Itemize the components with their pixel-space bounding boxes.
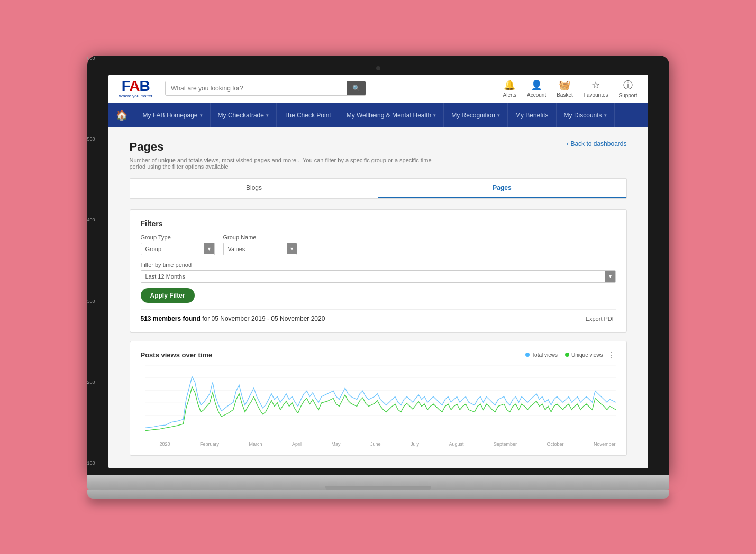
alerts-icon: 🔔 [504, 79, 515, 91]
x-apr: April [292, 441, 302, 447]
filter-result-text: 513 members found for 05 November 2019 -… [141, 315, 325, 322]
time-period-label: Filter by time period [141, 262, 616, 268]
chart-content: 600 500 400 300 200 100 [141, 365, 616, 447]
page-title: Pages [130, 140, 164, 154]
chart-box: Posts views over time Total views Unique… [130, 341, 627, 456]
app-nav: 🏠 My FAB Homepage ▾ My Checkatrade ▾ The… [108, 103, 648, 127]
group-name-select[interactable]: Values ▾ [223, 243, 297, 255]
chart-graph-area: 2020 February March April May June July … [141, 365, 616, 447]
x-nov: November [594, 441, 616, 447]
filter-row-main: Group Type Group ▾ Group Name Values ▾ [141, 234, 616, 255]
tab-pages[interactable]: Pages [378, 179, 626, 198]
laptop-screen: FAB Where you matter 🔍 🔔 Alerts 👤 Accoun… [108, 75, 648, 468]
time-period-select[interactable]: Last 12 Months ▾ [141, 270, 616, 283]
x-jul: July [411, 441, 419, 447]
nav-recognition-chevron: ▾ [497, 113, 500, 118]
legend-unique-views: Unique views [565, 352, 603, 358]
tab-blogs[interactable]: Blogs [130, 179, 378, 198]
laptop-container: FAB Where you matter 🔍 🔔 Alerts 👤 Accoun… [87, 56, 669, 499]
nav-check-point-label: The Check Point [284, 112, 331, 119]
fab-logo: FAB Where you matter [119, 79, 153, 98]
x-2020: 2020 [160, 441, 170, 447]
x-sep: September [494, 441, 517, 447]
basket-icon: 🧺 [559, 79, 570, 91]
group-type-dropdown-icon[interactable]: ▾ [204, 243, 214, 254]
nav-checkatrade-chevron: ▾ [266, 113, 269, 118]
x-jun: June [370, 441, 381, 447]
page-description: Number of unique and totals views, most … [130, 157, 447, 170]
search-bar[interactable]: 🔍 [165, 81, 366, 96]
nav-discounts-chevron: ▾ [604, 113, 607, 118]
support-label: Support [618, 93, 637, 98]
nav-wellbeing-chevron: ▾ [433, 113, 436, 118]
page-header: Pages Back to dashboards [130, 140, 627, 154]
support-icon: ⓘ [623, 79, 633, 91]
legend-unique-label: Unique views [571, 352, 603, 358]
alerts-label: Alerts [503, 92, 517, 98]
nav-checkatrade-label: My Checkatrade [218, 112, 264, 119]
favourites-label: Favourites [584, 92, 608, 98]
time-period-dropdown-icon[interactable]: ▾ [605, 271, 615, 282]
group-name-value: Values [224, 243, 287, 255]
app-header: FAB Where you matter 🔍 🔔 Alerts 👤 Accoun… [108, 75, 648, 103]
filter-group-time: Filter by time period Last 12 Months ▾ [141, 262, 616, 283]
chart-options-button[interactable]: ⋮ [607, 350, 616, 360]
nav-item-benefits[interactable]: My Benefits [508, 103, 557, 127]
export-pdf-button[interactable]: Export PDF [586, 316, 616, 322]
laptop-base [87, 475, 669, 490]
group-type-select[interactable]: Group ▾ [141, 243, 215, 255]
chart-header: Posts views over time Total views Unique… [141, 350, 616, 360]
laptop-camera [376, 66, 380, 70]
x-feb: February [200, 441, 219, 447]
chart-legend: Total views Unique views [525, 352, 603, 358]
legend-total-dot [525, 353, 530, 357]
time-period-value: Last 12 Months [141, 271, 605, 282]
nav-fab-homepage-chevron: ▾ [200, 113, 203, 118]
nav-item-discounts[interactable]: My Discounts ▾ [557, 103, 615, 127]
account-icon-item[interactable]: 👤 Account [527, 79, 546, 98]
x-aug: August [449, 441, 463, 447]
nav-discounts-label: My Discounts [564, 112, 602, 119]
x-may: May [331, 441, 340, 447]
unique-views-line [145, 386, 616, 430]
apply-filter-button[interactable]: Apply Filter [141, 288, 195, 303]
nav-item-recognition[interactable]: My Recognition ▾ [444, 103, 508, 127]
basket-label: Basket [557, 92, 573, 98]
account-icon: 👤 [531, 79, 542, 91]
group-type-value: Group [141, 243, 204, 255]
x-mar: March [249, 441, 262, 447]
total-views-line [145, 376, 616, 428]
back-to-dashboards-link[interactable]: Back to dashboards [567, 140, 626, 147]
filter-group-name: Group Name Values ▾ [223, 234, 297, 255]
tab-bar: Blogs Pages [130, 178, 627, 199]
nav-wellbeing-label: My Wellbeing & Mental Health [347, 112, 432, 119]
account-label: Account [527, 92, 546, 98]
chart-svg [145, 365, 616, 439]
nav-item-check-point[interactable]: The Check Point [277, 103, 339, 127]
search-button[interactable]: 🔍 [347, 81, 366, 95]
x-axis-labels: 2020 February March April May June July … [145, 441, 616, 447]
filter-time-row: Filter by time period Last 12 Months ▾ [141, 262, 616, 283]
laptop-bottom [87, 490, 669, 499]
header-icons: 🔔 Alerts 👤 Account 🧺 Basket ☆ Favourites [503, 79, 637, 98]
logo-text: FAB [122, 79, 150, 94]
chart-svg-container [145, 365, 616, 439]
nav-fab-homepage-label: My FAB Homepage [143, 112, 198, 119]
app-content: Pages Back to dashboards Number of uniqu… [108, 127, 648, 468]
filter-result: 513 members found for 05 November 2019 -… [141, 309, 616, 322]
favourites-icon-item[interactable]: ☆ Favourites [584, 79, 608, 98]
nav-item-fab-homepage[interactable]: My FAB Homepage ▾ [135, 103, 211, 127]
support-icon-item[interactable]: ⓘ Support [618, 79, 637, 98]
basket-icon-item[interactable]: 🧺 Basket [557, 79, 573, 98]
legend-total-views: Total views [525, 352, 558, 358]
nav-home-button[interactable]: 🏠 [108, 103, 135, 127]
nav-item-checkatrade[interactable]: My Checkatrade ▾ [211, 103, 277, 127]
legend-total-label: Total views [532, 352, 558, 358]
alerts-icon-item[interactable]: 🔔 Alerts [503, 79, 517, 98]
legend-unique-dot [565, 353, 569, 357]
nav-item-wellbeing[interactable]: My Wellbeing & Mental Health ▾ [339, 103, 444, 127]
chart-title: Posts views over time [141, 351, 213, 359]
group-name-dropdown-icon[interactable]: ▾ [287, 243, 297, 254]
nav-benefits-label: My Benefits [515, 112, 549, 119]
search-input[interactable] [166, 81, 347, 95]
